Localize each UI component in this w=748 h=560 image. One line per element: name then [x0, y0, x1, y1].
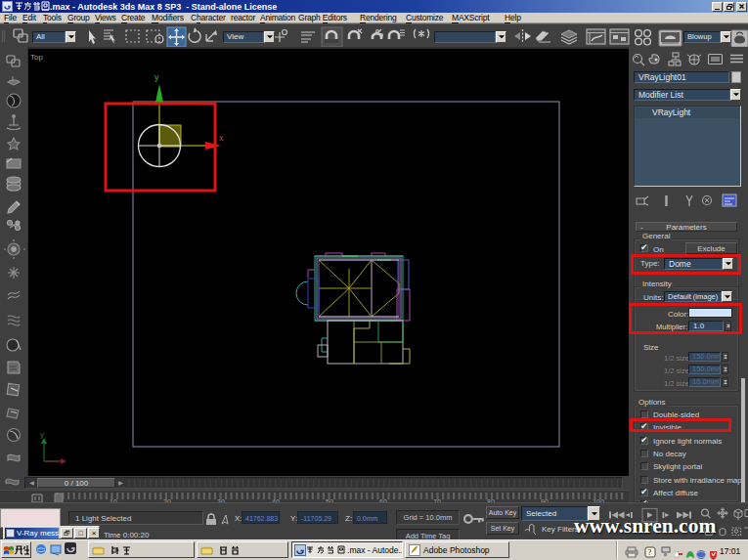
svg-text:y: y [40, 430, 44, 439]
svg-text:Top: Top [30, 53, 43, 62]
svg-text:?: ? [648, 548, 652, 557]
svg-text:x: x [219, 133, 224, 143]
svg-text:y: y [154, 72, 159, 82]
